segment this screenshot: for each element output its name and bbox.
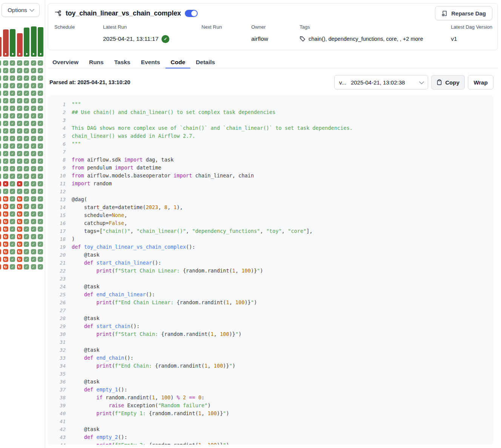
task-instance-cell-success[interactable]: ✓ xyxy=(3,174,8,179)
task-instance-cell-success[interactable]: ✓ xyxy=(24,143,29,149)
task-instance-cell-success[interactable]: ✓ xyxy=(38,204,43,209)
task-instance-cell-success[interactable]: ✓ xyxy=(10,106,15,111)
task-instance-cell-success[interactable]: ✓ xyxy=(31,249,36,254)
task-instance-cell-success[interactable]: ✓ xyxy=(17,75,22,81)
task-instance-cell-success[interactable]: ✓ xyxy=(17,174,22,179)
task-instance-cell-success[interactable]: ✓ xyxy=(38,60,43,66)
task-instance-cell-success[interactable]: ✓ xyxy=(10,136,15,141)
task-instance-cell-success[interactable]: ✓ xyxy=(17,151,22,156)
task-instance-cell-success[interactable]: ✓ xyxy=(38,68,43,73)
task-instance-cell-success[interactable]: ✓ xyxy=(10,219,15,224)
task-instance-cell-success[interactable]: ✓ xyxy=(10,98,15,103)
task-instance-cell-success[interactable]: ✓ xyxy=(17,68,22,73)
task-instance-cell-success[interactable]: ✓ xyxy=(31,91,36,96)
task-instance-cell-up_for_retry[interactable]: ↻ xyxy=(17,249,22,254)
task-instance-cell-success[interactable]: ✓ xyxy=(10,121,15,126)
task-instance-cell-success[interactable]: ✓ xyxy=(10,234,15,239)
task-instance-cell-success[interactable]: ✓ xyxy=(0,128,1,134)
task-instance-cell-success[interactable]: ✓ xyxy=(24,113,29,119)
task-instance-cell-success[interactable]: ✓ xyxy=(10,196,15,202)
task-instance-cell-success[interactable]: ✓ xyxy=(17,83,22,88)
task-instance-cell-success[interactable]: ✓ xyxy=(3,159,8,164)
task-instance-cell-success[interactable]: ✓ xyxy=(38,211,43,217)
task-instance-cell-up_for_retry[interactable]: ↻ xyxy=(17,242,22,247)
task-instance-cell-success[interactable]: ✓ xyxy=(10,60,15,66)
task-instance-cell-success[interactable]: ✓ xyxy=(31,136,36,141)
task-instance-cell-success[interactable]: ✓ xyxy=(10,68,15,73)
task-instance-cell-success[interactable]: ✓ xyxy=(31,159,36,164)
task-instance-cell-success[interactable]: ✓ xyxy=(10,242,15,247)
task-instance-cell-up_for_retry[interactable]: ↻ xyxy=(0,211,1,217)
task-instance-cell-success[interactable]: ✓ xyxy=(10,264,15,269)
task-instance-cell-up_for_retry[interactable]: ↻ xyxy=(3,242,8,247)
task-instance-cell-up_for_retry[interactable]: ↻ xyxy=(3,226,8,232)
task-instance-cell-success[interactable]: ✓ xyxy=(10,151,15,156)
task-instance-cell-success[interactable]: ✓ xyxy=(3,91,8,96)
task-instance-cell-up_for_retry[interactable]: ↻ xyxy=(17,226,22,232)
task-instance-cell-success[interactable]: ✓ xyxy=(31,257,36,262)
task-instance-cell-success[interactable]: ✓ xyxy=(24,249,29,254)
task-instance-cell-success[interactable]: ✓ xyxy=(17,121,22,126)
reparse-dag-button[interactable]: Reparse Dag xyxy=(435,6,492,20)
task-instance-cell-success[interactable]: ✓ xyxy=(17,189,22,194)
task-instance-cell-success[interactable]: ✓ xyxy=(24,60,29,66)
task-instance-cell-up_for_retry[interactable]: ↻ xyxy=(17,219,22,224)
task-instance-cell-up_for_retry[interactable]: ↻ xyxy=(0,219,1,224)
task-instance-cell-success[interactable]: ✓ xyxy=(24,174,29,179)
task-instance-cell-success[interactable]: ✓ xyxy=(31,166,36,171)
latest-run-time[interactable]: 2025-04-21, 13:11:17 xyxy=(103,35,158,42)
task-instance-cell-success[interactable]: ✓ xyxy=(0,189,1,194)
dag-run-bar[interactable] xyxy=(31,26,37,57)
task-instance-cell-up_for_retry[interactable]: ↻ xyxy=(3,264,8,269)
task-instance-cell-success[interactable]: ✓ xyxy=(24,83,29,88)
task-instance-cell-success[interactable]: ✓ xyxy=(38,136,43,141)
task-instance-cell-success[interactable]: ✓ xyxy=(24,91,29,96)
task-instance-cell-success[interactable]: ✓ xyxy=(31,98,36,103)
task-instance-cell-up_for_retry[interactable]: ↻ xyxy=(3,211,8,217)
dag-run-bar[interactable] xyxy=(3,29,9,57)
task-instance-cell-up_for_retry[interactable]: ↻ xyxy=(3,219,8,224)
task-instance-cell-success[interactable]: ✓ xyxy=(0,174,1,179)
task-instance-cell-success[interactable]: ✓ xyxy=(38,128,43,134)
task-instance-cell-success[interactable]: ✓ xyxy=(24,257,29,262)
task-instance-cell-success[interactable]: ✓ xyxy=(0,98,1,103)
dag-pause-toggle[interactable] xyxy=(185,10,198,17)
task-instance-cell-success[interactable]: ✓ xyxy=(17,98,22,103)
task-instance-cell-success[interactable]: ✓ xyxy=(38,181,43,186)
task-instance-cell-success[interactable]: ✓ xyxy=(38,257,43,262)
task-instance-cell-success[interactable]: ✓ xyxy=(24,219,29,224)
task-instance-cell-success[interactable]: ✓ xyxy=(0,106,1,111)
task-instance-cell-success[interactable]: ✓ xyxy=(31,151,36,156)
task-instance-cell-success[interactable]: ✓ xyxy=(0,83,1,88)
task-instance-cell-success[interactable]: ✓ xyxy=(10,257,15,262)
task-instance-cell-success[interactable]: ✓ xyxy=(3,83,8,88)
task-instance-cell-success[interactable]: ✓ xyxy=(24,242,29,247)
task-instance-cell-success[interactable]: ✓ xyxy=(10,181,15,186)
task-instance-cell-success[interactable]: ✓ xyxy=(38,98,43,103)
task-instance-cell-success[interactable]: ✓ xyxy=(24,234,29,239)
task-instance-cell-up_for_retry[interactable]: ↻ xyxy=(17,257,22,262)
task-instance-cell-success[interactable]: ✓ xyxy=(38,113,43,119)
task-instance-cell-success[interactable]: ✓ xyxy=(31,196,36,202)
task-instance-cell-success[interactable]: ✓ xyxy=(10,83,15,88)
dag-run-bar[interactable] xyxy=(0,37,2,57)
task-instance-cell-success[interactable]: ✓ xyxy=(10,128,15,134)
task-instance-cell-success[interactable]: ✓ xyxy=(10,159,15,164)
task-instance-cell-success[interactable]: ✓ xyxy=(24,68,29,73)
task-instance-cell-success[interactable]: ✓ xyxy=(31,113,36,119)
task-instance-cell-success[interactable]: ✓ xyxy=(3,60,8,66)
task-instance-cell-success[interactable]: ✓ xyxy=(24,166,29,171)
task-instance-cell-success[interactable]: ✓ xyxy=(38,189,43,194)
task-instance-cell-success[interactable]: ✓ xyxy=(17,136,22,141)
task-instance-cell-up_for_retry[interactable]: ↻ xyxy=(3,204,8,209)
task-instance-cell-success[interactable]: ✓ xyxy=(3,106,8,111)
tab-details[interactable]: Details xyxy=(191,56,220,68)
task-instance-cell-success[interactable]: ✓ xyxy=(38,151,43,156)
task-instance-cell-success[interactable]: ✓ xyxy=(0,91,1,96)
task-instance-cell-success[interactable]: ✓ xyxy=(24,211,29,217)
tab-runs[interactable]: Runs xyxy=(84,56,109,68)
task-instance-cell-success[interactable]: ✓ xyxy=(38,166,43,171)
task-instance-cell-success[interactable]: ✓ xyxy=(0,159,1,164)
task-instance-cell-success[interactable]: ✓ xyxy=(0,75,1,81)
task-instance-cell-success[interactable]: ✓ xyxy=(31,68,36,73)
